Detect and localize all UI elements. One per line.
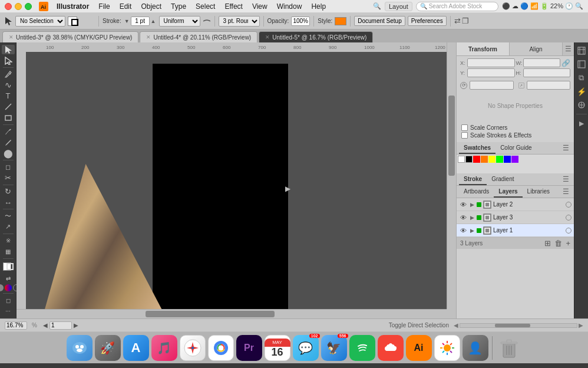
pen-tool[interactable] xyxy=(2,70,15,79)
line-tool[interactable] xyxy=(2,102,15,111)
zoom-input[interactable] xyxy=(5,321,27,330)
y-field[interactable] xyxy=(467,68,515,77)
opacity-input[interactable] xyxy=(291,17,310,26)
nav-prev-btn[interactable]: ◀ xyxy=(42,322,49,328)
dock-safari[interactable] xyxy=(180,335,206,361)
dock-creative-cloud[interactable] xyxy=(378,335,404,361)
layer2-dot[interactable] xyxy=(566,202,572,208)
status-scrollbar[interactable] xyxy=(460,323,577,328)
layer-row-3[interactable]: 👁 ▶ Layer 3 xyxy=(457,211,574,224)
swatch-green[interactable] xyxy=(496,156,503,163)
swatch-white[interactable] xyxy=(458,156,465,163)
w-field[interactable] xyxy=(523,58,561,67)
curvature-tool[interactable]: ∿ xyxy=(2,80,15,90)
layer3-dot[interactable] xyxy=(566,215,572,221)
scale-strokes-checkbox[interactable] xyxy=(461,132,468,139)
angle-field[interactable] xyxy=(470,81,514,90)
dock-appstore[interactable]: A xyxy=(123,335,149,361)
dock-music[interactable]: 🎵 xyxy=(151,335,177,361)
layers-menu[interactable]: ☰ xyxy=(560,186,572,198)
dock-chrome[interactable] xyxy=(208,335,234,361)
tab-swatches[interactable]: Swatches xyxy=(459,142,495,154)
right-icon-6[interactable]: ▶ xyxy=(576,117,587,129)
menu-help[interactable]: Help xyxy=(308,0,329,13)
style-chip[interactable] xyxy=(335,17,346,25)
direct-selection-tool[interactable] xyxy=(2,55,15,65)
tab-2[interactable]: ✕ Untitled-5* @ 16.7% (RGB/Preview) xyxy=(259,31,373,42)
stroke-chip[interactable] xyxy=(71,19,78,26)
scroll-thumb-v[interactable] xyxy=(448,96,455,176)
layer3-visibility[interactable]: 👁 xyxy=(459,213,467,222)
scrollbar-horizontal[interactable] xyxy=(16,309,447,318)
nav-next-btn[interactable]: ▶ xyxy=(72,322,80,328)
rect-tool[interactable] xyxy=(2,113,15,122)
dock-messages[interactable]: 💬 102 xyxy=(293,335,319,361)
tab-0[interactable]: ✕ Untitled-3* @ 38.98% (CMYK/GPU Preview… xyxy=(2,31,138,42)
dock-launchpad[interactable]: 🚀 xyxy=(95,335,121,361)
right-icon-2[interactable] xyxy=(576,58,587,70)
layer-row-2[interactable]: 👁 ▶ Layer 2 xyxy=(457,198,574,211)
selection-dropdown[interactable]: No Selection xyxy=(15,16,65,27)
tab-close-1[interactable]: ✕ xyxy=(146,34,151,40)
tab-1[interactable]: ✕ Untitled-4* @ 20.11% (RGB/Preview) xyxy=(140,31,257,42)
cap-style-select[interactable]: 3 pt. Round xyxy=(219,16,260,27)
arrange-icon1[interactable]: ⇄ xyxy=(454,17,461,25)
tab-close-0[interactable]: ✕ xyxy=(9,34,14,40)
document-setup-btn[interactable]: Document Setup xyxy=(354,16,405,26)
tab-stroke[interactable]: Stroke xyxy=(459,173,487,185)
symbol-tool[interactable]: ※ xyxy=(2,236,15,245)
more-tools[interactable]: ··· xyxy=(2,307,15,316)
tab-artboards[interactable]: Artboards xyxy=(459,186,494,198)
layer1-dot[interactable] xyxy=(566,228,572,234)
tab-align[interactable]: Align xyxy=(510,42,563,55)
menu-view[interactable]: View xyxy=(249,0,271,13)
warp-tool[interactable]: 〜 xyxy=(2,211,15,221)
scale-tool[interactable]: ↗ xyxy=(2,222,15,232)
stroke-color-chip[interactable] xyxy=(6,263,14,270)
right-icon-3[interactable]: ⧉ xyxy=(576,72,587,84)
swatch-purple[interactable] xyxy=(511,156,518,163)
stroke-input[interactable] xyxy=(131,17,150,26)
scrollbar-vertical[interactable] xyxy=(447,42,456,309)
menu-edit[interactable]: Edit xyxy=(116,0,136,13)
reflect-tool[interactable]: ↔ xyxy=(2,198,15,207)
column-graph-tool[interactable]: ▦ xyxy=(2,247,15,256)
make-layer-btn[interactable]: ⊞ xyxy=(544,239,551,248)
link-icon[interactable]: 🔗 xyxy=(561,59,570,67)
scroll-thumb-h[interactable] xyxy=(146,311,275,317)
menu-file[interactable]: File xyxy=(95,0,113,13)
layer2-visibility[interactable]: 👁 xyxy=(459,201,467,209)
arrange-icon2[interactable]: ❐ xyxy=(462,17,469,25)
canvas-area[interactable]: 0 100 200 300 400 500 600 700 800 900 10… xyxy=(16,42,456,318)
menu-illustrator[interactable]: Illustrator xyxy=(53,0,93,13)
canvas-bg[interactable]: ▶ xyxy=(26,52,447,309)
dock-trash[interactable] xyxy=(496,335,522,361)
dock-mail[interactable]: 🦅 556 xyxy=(321,335,347,361)
dock-facetime[interactable]: 👤 xyxy=(463,335,488,361)
pencil-tool[interactable] xyxy=(2,137,15,147)
layer-options-btn[interactable]: + xyxy=(566,239,570,248)
close-button[interactable] xyxy=(5,3,12,10)
swatch-red[interactable] xyxy=(473,156,480,163)
tab-gradient[interactable]: Gradient xyxy=(487,173,518,185)
menu-window[interactable]: Window xyxy=(273,0,306,13)
tab-transform[interactable]: Transform xyxy=(457,42,510,55)
tab-libraries[interactable]: Libraries xyxy=(523,186,554,198)
paintbrush-tool[interactable] xyxy=(2,127,15,136)
swap-fill-stroke[interactable]: ⇄ xyxy=(2,274,15,283)
h-field[interactable] xyxy=(523,68,571,77)
layer1-expand[interactable]: ▶ xyxy=(469,228,475,234)
dock-spotify[interactable] xyxy=(349,335,375,361)
right-icon-1[interactable] xyxy=(576,45,587,57)
menu-type[interactable]: Type xyxy=(167,0,190,13)
dock-illustrator[interactable]: Ai xyxy=(406,335,432,361)
minimize-button[interactable] xyxy=(15,3,22,10)
normal-mode-btn[interactable] xyxy=(0,284,4,291)
maximize-button[interactable] xyxy=(25,3,32,10)
panel-menu-icon[interactable]: ☰ xyxy=(563,42,574,55)
layer1-visibility[interactable]: 👁 xyxy=(459,226,467,235)
eraser-tool[interactable]: ◻ xyxy=(2,162,15,172)
layer3-expand[interactable]: ▶ xyxy=(469,215,475,221)
scale-corners-checkbox[interactable] xyxy=(461,124,468,131)
tab-close-2[interactable]: ✕ xyxy=(265,34,270,40)
